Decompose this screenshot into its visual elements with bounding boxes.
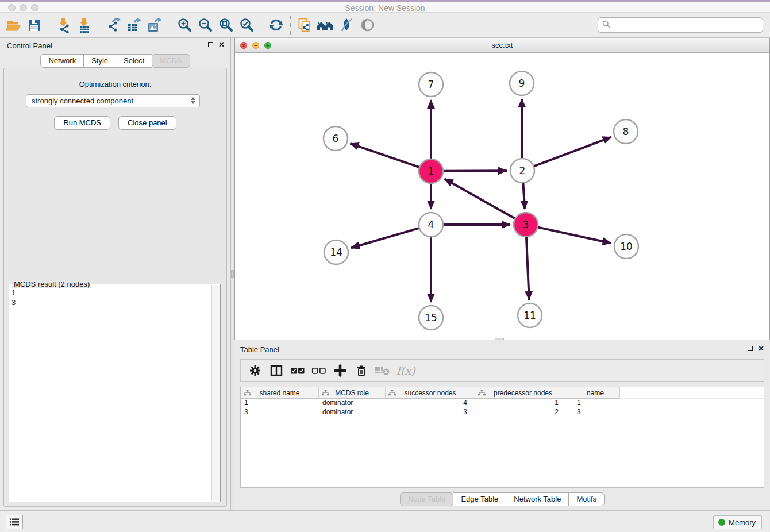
graph-node-3[interactable]: 3 <box>514 213 538 237</box>
import-table-icon[interactable] <box>74 15 95 36</box>
svg-text:7: 7 <box>428 79 434 90</box>
float-table-panel-icon[interactable] <box>748 346 753 351</box>
float-panel-icon[interactable] <box>208 42 213 47</box>
close-table-panel-icon[interactable]: ✕ <box>758 345 764 352</box>
tab-style[interactable]: Style <box>83 54 116 68</box>
graph-edge-3-11[interactable] <box>526 237 529 300</box>
graph-node-14[interactable]: 14 <box>324 240 348 264</box>
graph-node-6[interactable]: 6 <box>324 126 348 151</box>
control-panel: Control Panel ✕ NetworkStyleSelectMCDS O… <box>0 38 231 510</box>
toolbar-separator <box>49 16 49 35</box>
graph-node-1[interactable]: 1 <box>419 159 443 183</box>
toolbar-separator <box>99 16 99 35</box>
memory-button[interactable]: Memory <box>713 515 762 529</box>
graph-node-7[interactable]: 7 <box>419 72 443 97</box>
export-table-icon[interactable] <box>124 15 145 36</box>
zoom-in-icon[interactable] <box>174 15 195 36</box>
show-all-networks-icon[interactable] <box>315 15 336 36</box>
duplicate-network-icon[interactable] <box>295 15 315 36</box>
table-settings-icon[interactable] <box>247 362 264 379</box>
close-panel-button[interactable]: Close panel <box>118 116 176 130</box>
graph-edge-3-10[interactable] <box>538 228 611 244</box>
run-mcds-button[interactable]: Run MCDS <box>54 116 110 130</box>
export-image-icon[interactable] <box>145 15 165 36</box>
graph-node-10[interactable]: 10 <box>614 234 638 259</box>
tab-edge-table[interactable]: Edge Table <box>453 492 506 506</box>
graph-node-2[interactable]: 2 <box>510 159 534 183</box>
tab-network-table[interactable]: Network Table <box>506 492 569 506</box>
tab-node-table[interactable]: Node Table <box>400 492 454 506</box>
table-cell[interactable]: 4 <box>386 399 475 408</box>
tab-select[interactable]: Select <box>116 54 152 68</box>
header-filler <box>620 387 764 399</box>
tab-mcds[interactable]: MCDS <box>152 54 190 68</box>
graph-node-9[interactable]: 9 <box>510 71 534 95</box>
column-header-MCDS-role[interactable]: MCDS role <box>319 387 386 399</box>
save-session-icon[interactable] <box>24 15 45 36</box>
select-all-columns-icon[interactable] <box>289 362 306 379</box>
search-input[interactable] <box>613 21 759 29</box>
network-canvas[interactable]: 7968124314101511 <box>235 53 769 340</box>
network-window-titlebar: × − + scc.txt <box>235 38 769 53</box>
graph-node-8[interactable]: 8 <box>614 119 638 144</box>
zoom-selected-icon[interactable] <box>236 15 257 36</box>
export-network-icon[interactable] <box>103 15 124 36</box>
column-header-successor-nodes[interactable]: successor nodes <box>386 387 475 399</box>
add-column-icon[interactable] <box>332 362 349 379</box>
graph-node-4[interactable]: 4 <box>419 213 443 237</box>
graph-edge-2-8[interactable] <box>534 137 611 167</box>
search-icon <box>602 20 610 30</box>
criterion-select[interactable]: strongly connected component <box>26 94 200 107</box>
graph-edge-2-9[interactable] <box>522 99 522 158</box>
column-header-shared-name[interactable]: shared name <box>241 387 319 399</box>
column-header-name[interactable]: name <box>571 387 620 399</box>
table-cell[interactable]: dominator <box>319 408 386 417</box>
search-box[interactable] <box>598 17 763 33</box>
task-history-button[interactable] <box>6 515 23 529</box>
toolbar-separator <box>290 16 291 35</box>
graph-node-11[interactable]: 11 <box>518 303 542 327</box>
tab-network[interactable]: Network <box>40 54 84 68</box>
criterion-select-value: strongly connected component <box>32 97 133 105</box>
table-cell[interactable]: 1 <box>241 399 319 408</box>
toggle-style-icon[interactable] <box>336 15 357 36</box>
toolbar-separator <box>170 16 170 35</box>
toggle-panel-mode-icon[interactable] <box>268 362 285 379</box>
graph-edge-3-1[interactable] <box>445 179 515 218</box>
open-session-icon[interactable] <box>3 15 24 36</box>
table-row[interactable]: 1dominator411 <box>241 399 764 408</box>
table-cell[interactable]: 3 <box>386 408 475 417</box>
column-header-predecessor-nodes[interactable]: predecessor nodes <box>475 387 571 399</box>
graph-node-15[interactable]: 15 <box>419 306 443 330</box>
graph-edge-1-6[interactable] <box>351 144 419 167</box>
graph-edge-2-3[interactable] <box>523 183 525 209</box>
svg-text:8: 8 <box>623 126 629 137</box>
result-scrollbar[interactable] <box>211 285 220 501</box>
svg-text:15: 15 <box>425 312 437 323</box>
zoom-out-icon[interactable] <box>195 15 215 36</box>
table-cell[interactable]: 2 <box>475 408 571 417</box>
deselect-all-columns-icon[interactable] <box>310 362 328 379</box>
tab-motifs[interactable]: Motifs <box>568 492 605 506</box>
svg-text:9: 9 <box>519 78 525 89</box>
import-network-icon[interactable] <box>53 15 74 36</box>
svg-text:6: 6 <box>333 133 339 144</box>
table-cell[interactable]: 3 <box>571 408 620 417</box>
table-row[interactable]: 3dominator323 <box>241 408 764 417</box>
table-cell[interactable]: 1 <box>475 399 571 408</box>
graph-edge-1-2[interactable] <box>444 171 507 171</box>
close-panel-icon[interactable]: ✕ <box>218 41 225 48</box>
table-cell[interactable]: 3 <box>241 408 319 417</box>
mcds-panel: Optimization criterion: strongly connect… <box>3 68 227 507</box>
node-table: shared nameMCDS rolesuccessor nodesprede… <box>240 387 764 488</box>
delete-column-icon[interactable] <box>353 362 370 379</box>
graph-edge-4-14[interactable] <box>351 228 419 248</box>
birds-eye-view-icon[interactable] <box>357 15 378 36</box>
table-cell[interactable]: dominator <box>319 399 386 408</box>
table-cell[interactable]: 1 <box>571 399 620 408</box>
splitter-handle[interactable] <box>231 270 234 278</box>
apply-layout-icon[interactable] <box>265 15 286 36</box>
horizontal-splitter-handle[interactable] <box>495 338 504 340</box>
zoom-fit-icon[interactable] <box>215 15 236 36</box>
mcds-result-text[interactable]: 1 3 <box>11 286 211 500</box>
